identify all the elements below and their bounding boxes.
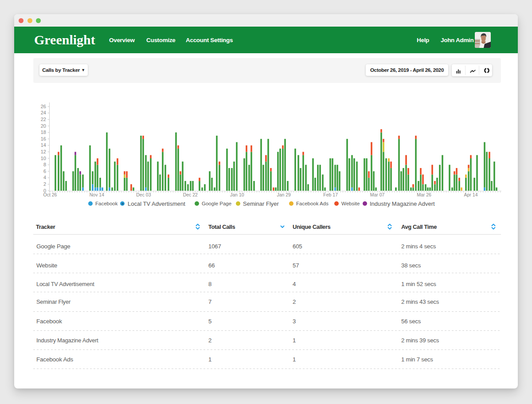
svg-text:2: 2 — [43, 181, 46, 187]
svg-text:24: 24 — [41, 110, 46, 115]
svg-text:Jan 29: Jan 29 — [277, 192, 291, 197]
svg-text:Dec 03: Dec 03 — [136, 192, 151, 197]
svg-text:26: 26 — [41, 104, 46, 109]
svg-text:Apr 14: Apr 14 — [464, 192, 478, 197]
svg-text:Oct 26: Oct 26 — [43, 192, 57, 197]
svg-text:10: 10 — [41, 156, 46, 161]
svg-text:Jan 10: Jan 10 — [230, 192, 244, 197]
svg-text:Mar 26: Mar 26 — [417, 192, 431, 197]
svg-text:12: 12 — [41, 149, 46, 154]
svg-text:4: 4 — [43, 175, 46, 180]
svg-text:20: 20 — [41, 123, 46, 129]
svg-text:Dec 22: Dec 22 — [183, 192, 198, 197]
svg-text:14: 14 — [41, 142, 46, 148]
svg-text:Nov 14: Nov 14 — [90, 192, 104, 197]
svg-text:18: 18 — [41, 129, 46, 135]
svg-text:6: 6 — [43, 169, 46, 174]
svg-text:Feb 17: Feb 17 — [323, 192, 338, 197]
svg-text:8: 8 — [43, 162, 46, 167]
svg-text:16: 16 — [41, 136, 46, 141]
svg-text:Mar 07: Mar 07 — [370, 192, 385, 197]
svg-text:22: 22 — [41, 117, 46, 122]
